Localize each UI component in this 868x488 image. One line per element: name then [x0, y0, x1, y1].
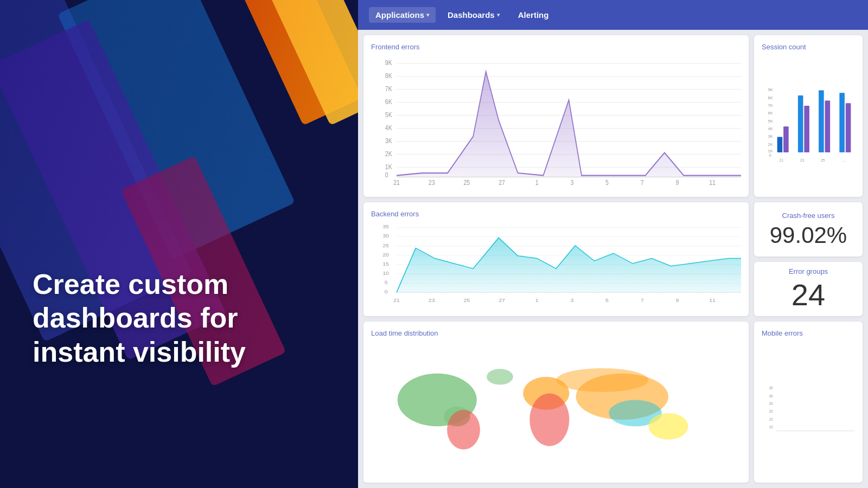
svg-text:5: 5: [385, 280, 388, 285]
svg-text:11: 11: [709, 178, 716, 185]
crash-free-card: Crash-free users 99.02%: [754, 202, 863, 256]
svg-text:25: 25: [463, 178, 470, 185]
svg-text:5: 5: [605, 178, 609, 185]
svg-text:5: 5: [605, 298, 609, 303]
chevron-down-icon: ▾: [497, 12, 500, 18]
backend-errors-chart: 35 30 25 20 15 10 5 0: [371, 222, 741, 305]
svg-rect-42: [798, 95, 803, 152]
backend-errors-title: Backend errors: [371, 210, 741, 218]
mobile-errors-title: Mobile errors: [762, 329, 855, 337]
mobile-chart-svg: 35 30 25 20 15 10: [762, 342, 855, 474]
crash-free-title: Crash-free users: [782, 211, 835, 220]
world-map: [371, 342, 741, 472]
session-chart-svg: 9K 8K 7K 6K 5K 4K 3K 2K 1K 0: [762, 55, 855, 188]
svg-text:5K: 5K: [768, 119, 773, 124]
frontend-errors-title: Frontend errors: [371, 43, 741, 51]
error-groups-title: Error groups: [789, 267, 828, 275]
mobile-errors-card: Mobile errors 35 30 25 20 15 10: [754, 322, 863, 483]
frontend-errors-chart: 9K 8K 7K 6K 5K 4K 3K 2K 1K 0: [371, 55, 741, 185]
svg-text:3: 3: [570, 178, 573, 185]
svg-text:15: 15: [382, 261, 389, 266]
svg-point-82: [529, 393, 569, 446]
svg-text:3K: 3K: [385, 136, 392, 145]
svg-text:6K: 6K: [768, 111, 773, 115]
svg-text:4K: 4K: [768, 126, 773, 131]
svg-rect-40: [777, 137, 783, 152]
svg-text:9K: 9K: [768, 87, 773, 92]
svg-text:1: 1: [535, 178, 539, 185]
svg-text:2K: 2K: [768, 142, 773, 147]
svg-point-86: [487, 369, 513, 384]
svg-text:21: 21: [393, 178, 400, 185]
bg-decoration: [0, 0, 358, 488]
svg-point-87: [556, 368, 649, 392]
session-count-chart: 9K 8K 7K 6K 5K 4K 3K 2K 1K 0: [762, 55, 855, 188]
frontend-errors-card: Frontend errors 9K 8K 7K 6K 5K 4K 3K 2K …: [363, 35, 749, 197]
svg-text:20: 20: [769, 409, 773, 413]
svg-text:8K: 8K: [385, 72, 392, 80]
svg-text:1: 1: [535, 298, 539, 303]
svg-text:23: 23: [429, 298, 435, 303]
svg-text:10: 10: [382, 270, 389, 275]
svg-text:2K: 2K: [385, 149, 392, 158]
nav-alerting[interactable]: Alerting: [512, 7, 556, 23]
error-groups-card: Error groups 24: [754, 262, 863, 316]
svg-text:27: 27: [499, 298, 505, 303]
error-groups-value: 24: [792, 280, 825, 310]
svg-text:7: 7: [641, 298, 644, 303]
svg-text:0: 0: [385, 289, 388, 294]
hero-heading: Create custom dashboards for instant vis…: [33, 267, 336, 369]
svg-text:30: 30: [382, 233, 389, 239]
world-map-svg: [371, 342, 741, 472]
svg-text:11: 11: [709, 298, 716, 303]
svg-text:10: 10: [769, 425, 773, 428]
svg-text:25: 25: [821, 158, 825, 162]
svg-text:5K: 5K: [385, 111, 392, 119]
svg-text:1K: 1K: [385, 162, 392, 171]
svg-text:0: 0: [385, 170, 388, 179]
svg-text:7K: 7K: [768, 103, 773, 108]
dashboard-grid: Frontend errors 9K 8K 7K 6K 5K 4K 3K 2K …: [358, 30, 868, 488]
svg-text:7K: 7K: [385, 85, 392, 93]
svg-text:30: 30: [769, 394, 773, 397]
load-time-title: Load time distribution: [371, 329, 741, 337]
hero-panel: Create custom dashboards for instant vis…: [0, 0, 358, 488]
svg-text:3: 3: [570, 298, 573, 303]
mobile-errors-chart: 35 30 25 20 15 10: [762, 342, 855, 474]
backend-errors-card: Backend errors 35 30 25 20 15 10 5 0: [363, 202, 749, 316]
svg-text:4K: 4K: [385, 123, 392, 132]
frontend-chart-svg: 9K 8K 7K 6K 5K 4K 3K 2K 1K 0: [371, 55, 741, 185]
dashboard-panel: Applications ▾ Dashboards ▾ Alerting Fro…: [358, 0, 868, 488]
nav-applications[interactable]: Applications ▾: [369, 7, 436, 23]
svg-text:35: 35: [769, 386, 773, 390]
svg-text:15: 15: [769, 417, 773, 421]
svg-rect-47: [846, 103, 851, 152]
svg-text:21: 21: [393, 298, 400, 303]
svg-rect-44: [819, 90, 824, 152]
svg-text:...: ...: [842, 158, 845, 162]
svg-text:7: 7: [641, 178, 644, 185]
svg-text:21: 21: [780, 158, 784, 162]
svg-rect-46: [839, 93, 845, 152]
svg-text:25: 25: [382, 242, 389, 248]
chevron-down-icon: ▾: [426, 12, 429, 18]
svg-text:25: 25: [769, 401, 773, 405]
nav-dashboards[interactable]: Dashboards ▾: [441, 7, 506, 23]
svg-rect-43: [804, 106, 809, 152]
svg-point-80: [447, 409, 480, 449]
svg-text:8K: 8K: [768, 95, 773, 100]
svg-text:23: 23: [429, 178, 435, 185]
svg-point-85: [649, 413, 688, 439]
svg-text:35: 35: [382, 224, 389, 229]
navigation: Applications ▾ Dashboards ▾ Alerting: [358, 0, 868, 30]
svg-text:25: 25: [463, 298, 470, 303]
load-time-card: Load time distribution: [363, 322, 749, 483]
crash-free-value: 99.02%: [770, 224, 847, 247]
session-count-title: Session count: [762, 43, 855, 51]
hero-text: Create custom dashboards for instant vis…: [33, 267, 336, 369]
svg-text:9: 9: [675, 298, 679, 303]
session-count-card: Session count 9K 8K 7K 6K 5K 4K 3K 2K 1K…: [754, 35, 863, 197]
svg-text:27: 27: [499, 178, 505, 185]
svg-text:9: 9: [675, 178, 679, 185]
svg-text:0: 0: [769, 153, 771, 158]
